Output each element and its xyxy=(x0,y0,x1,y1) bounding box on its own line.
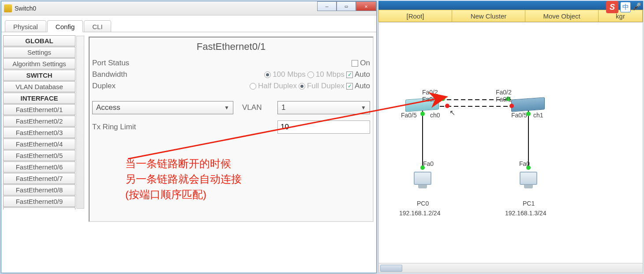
annotation-text: 当一条链路断开的时候 另一条链路就会自动连接 (按端口顺序匹配) xyxy=(125,156,242,202)
sidebar-item-interface[interactable]: FastEthernet0/9 xyxy=(3,196,75,207)
tab-config[interactable]: Config xyxy=(47,20,83,32)
mic-icon[interactable]: 🎤 xyxy=(633,2,642,12)
txring-label: Tx Ring Limit xyxy=(92,123,233,131)
port-label: Fa0/1 xyxy=(496,96,512,103)
sogou-icon: S xyxy=(606,1,618,13)
tab-physical[interactable]: Physical xyxy=(5,20,46,32)
bw-auto-label: Auto xyxy=(355,70,370,79)
device-label: ch0 xyxy=(430,112,440,119)
window-title: Switch0 xyxy=(15,5,36,12)
sidebar-header-switch: SWITCH xyxy=(3,70,75,81)
chevron-down-icon: ▼ xyxy=(361,105,366,111)
pc0-device[interactable] xyxy=(412,172,434,188)
sidebar-item-interface[interactable]: FastEthernet0/2 xyxy=(3,116,75,127)
close-button[interactable]: ✕ xyxy=(356,1,376,11)
bandwidth-label: Bandwidth xyxy=(92,70,150,79)
full-duplex-radio[interactable] xyxy=(299,83,305,90)
tab-cli[interactable]: CLI xyxy=(84,20,111,32)
maximize-button[interactable]: ▭ xyxy=(337,1,356,11)
link-status-dot xyxy=(445,104,449,108)
link-status-dot xyxy=(441,97,445,101)
minimize-button[interactable]: — xyxy=(317,1,337,11)
pc1-device[interactable] xyxy=(517,172,539,188)
duplex-label: Duplex xyxy=(92,82,150,90)
chevron-down-icon: ▼ xyxy=(224,105,229,111)
pc0-ip: 192.168.1.2/24 xyxy=(399,210,440,217)
tab-bar: Physical Config CLI xyxy=(1,15,376,32)
link-line xyxy=(422,111,423,168)
link-status-dot xyxy=(509,104,514,108)
topology-workspace[interactable]: ↖ Fa0/2 Fa0/1 Fa0/2 Fa0/1 Fa0/5 ch0 Fa0/… xyxy=(378,22,643,273)
link-status-dot xyxy=(526,112,531,116)
bandwidth-100-radio[interactable] xyxy=(264,71,271,78)
bw10-label: 10 Mbps xyxy=(316,70,344,79)
sidebar-item-interface[interactable]: FastEthernet0/8 xyxy=(3,184,75,195)
port-label: Fa0/5 xyxy=(511,112,527,119)
sidebar-header-global: GLOBAL xyxy=(3,35,75,46)
half-label: Half Duplex xyxy=(258,82,297,90)
port-label: Fa0/2 xyxy=(422,89,438,96)
vlan-label: VLAN xyxy=(242,103,269,112)
port-label: Fa0/1 xyxy=(422,96,438,103)
sidebar-item-interface[interactable]: FastEthernet0/7 xyxy=(3,173,75,184)
half-duplex-radio[interactable] xyxy=(250,83,256,90)
ime-lang[interactable]: 中 xyxy=(620,2,631,12)
bandwidth-10-radio[interactable] xyxy=(307,71,314,78)
port-label: Fa0 xyxy=(519,160,530,167)
switch-icon xyxy=(4,4,12,12)
device-config-window: Switch0 — ▭ ✕ Physical Config CLI GLOBAL… xyxy=(1,1,377,273)
port-mode-value: Access xyxy=(96,103,120,112)
config-sidebar: GLOBAL Settings Algorithm Settings SWITC… xyxy=(1,32,82,212)
sidebar-item-interface[interactable]: FastEthernet0/5 xyxy=(3,150,75,161)
pc1-ip: 192.168.1.3/24 xyxy=(505,210,546,217)
topology-toolbar: [Root] New Cluster Move Object kgr xyxy=(378,10,643,22)
panel-title: FastEthernet0/1 xyxy=(92,39,370,58)
port-status-checkbox[interactable] xyxy=(352,60,358,67)
sidebar-item-vlandb[interactable]: VLAN Database xyxy=(3,81,75,92)
on-label: On xyxy=(360,59,370,68)
sidebar-item-interface[interactable]: FastEthernet0/1 xyxy=(3,104,75,115)
pc0-label: PC0 xyxy=(417,200,429,207)
port-mode-select[interactable]: Access ▼ xyxy=(92,101,233,114)
port-label: Fa0/2 xyxy=(496,89,512,96)
pc1-label: PC1 xyxy=(523,200,535,207)
root-button[interactable]: [Root] xyxy=(379,10,452,22)
port-label: Fa0/5 xyxy=(401,112,417,119)
link-lines xyxy=(379,23,643,273)
port-status-label: Port Status xyxy=(92,59,150,68)
sidebar-item-interface[interactable]: FastEthernet0/10 xyxy=(3,207,75,210)
move-object-button[interactable]: Move Object xyxy=(525,10,599,22)
sidebar-item-settings[interactable]: Settings xyxy=(3,47,75,58)
bandwidth-auto-checkbox[interactable] xyxy=(346,71,353,78)
bw100-label: 100 Mbps xyxy=(273,70,306,79)
cursor-icon: ↖ xyxy=(449,109,455,117)
sidebar-item-interface[interactable]: FastEthernet0/4 xyxy=(3,139,75,150)
sidebar-item-interface[interactable]: FastEthernet0/3 xyxy=(3,127,75,138)
duplex-auto-checkbox[interactable] xyxy=(346,83,353,90)
titlebar[interactable]: Switch0 — ▭ ✕ xyxy=(1,1,376,15)
horizontal-scrollbar[interactable] xyxy=(379,263,643,273)
device-label: ch1 xyxy=(533,112,543,119)
vlan-value: 1 xyxy=(281,103,285,112)
new-cluster-button[interactable]: New Cluster xyxy=(452,10,525,22)
sidebar-header-interface: INTERFACE xyxy=(3,93,75,104)
vlan-select[interactable]: 1 ▼ xyxy=(277,101,370,114)
link-line xyxy=(528,111,529,168)
topology-ribbon xyxy=(378,1,643,10)
ime-indicator[interactable]: S 中 🎤 xyxy=(606,1,642,13)
txring-input[interactable] xyxy=(277,120,370,134)
sidebar-item-algorithm[interactable]: Algorithm Settings xyxy=(3,58,75,69)
dup-auto-label: Auto xyxy=(355,82,370,90)
port-label: Fa0 xyxy=(423,160,434,167)
full-label: Full Duplex xyxy=(307,82,344,90)
link-status-dot xyxy=(420,112,425,116)
sidebar-scrollbar[interactable] xyxy=(76,36,84,209)
sidebar-item-interface[interactable]: FastEthernet0/6 xyxy=(3,161,75,173)
